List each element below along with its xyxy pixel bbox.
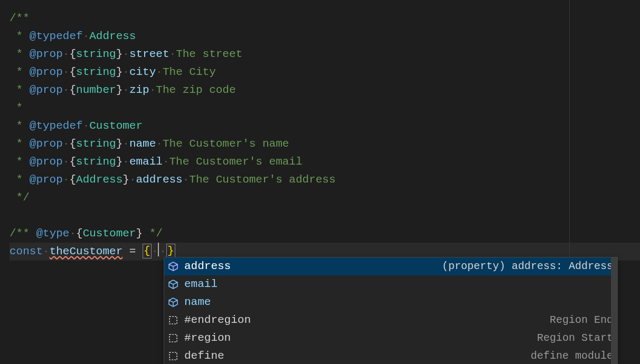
code-editor[interactable]: /** * @typedef·Address * @prop·{string}·…: [0, 0, 640, 364]
suggest-detail: Region End: [550, 311, 613, 329]
suggest-label: email: [184, 275, 218, 293]
code-line: * @typedef·Customer: [10, 117, 640, 135]
suggest-label: name: [184, 293, 211, 311]
code-line: * @prop·{Address}·address·The Customer's…: [10, 171, 640, 189]
property-icon: [167, 261, 179, 272]
bracket-match-close: }: [166, 244, 175, 258]
svg-rect-1: [170, 334, 177, 342]
suggest-detail: Region Start: [537, 329, 613, 347]
error-squiggle: theCustomer: [50, 245, 123, 257]
code-line: *: [10, 99, 640, 117]
svg-rect-2: [170, 352, 177, 360]
snippet-icon: [167, 350, 179, 362]
snippet-icon: [167, 314, 179, 326]
property-icon: [167, 296, 179, 308]
code-line: * @prop·{string}·city·The City: [10, 63, 640, 81]
suggest-label: #region: [184, 329, 231, 347]
code-line: /**: [10, 9, 640, 27]
suggest-detail: define module: [531, 347, 613, 364]
suggest-label: address: [184, 257, 231, 275]
suggest-label: #endregion: [184, 311, 251, 329]
code-line: * @prop·{number}·zip·The zip code: [10, 81, 640, 99]
autocomplete-popup[interactable]: address (property) address: Address emai…: [164, 257, 618, 364]
suggest-label: define: [184, 347, 224, 364]
code-line: * @prop·{string}·name·The Customer's nam…: [10, 135, 640, 153]
code-line: */: [10, 189, 640, 207]
code-line: /** @type·{Customer} */: [10, 225, 640, 243]
suggest-item-endregion[interactable]: #endregion Region End: [164, 311, 617, 329]
code-line: * @typedef·Address: [10, 27, 640, 45]
code-line: * @prop·{string}·email·The Customer's em…: [10, 153, 640, 171]
svg-rect-0: [170, 317, 177, 324]
suggest-item-email[interactable]: email: [164, 275, 617, 293]
property-icon: [167, 279, 179, 290]
code-line: * @prop·{string}·street·The street: [10, 45, 640, 63]
suggest-scrollbar[interactable]: [611, 257, 617, 364]
code-line: [10, 207, 640, 225]
snippet-icon: [167, 332, 179, 344]
suggest-item-region[interactable]: #region Region Start: [164, 329, 617, 347]
text-cursor: [158, 243, 159, 256]
suggest-item-address[interactable]: address (property) address: Address: [164, 257, 617, 275]
suggest-detail: (property) address: Address: [442, 257, 613, 275]
comment-text: /**: [10, 12, 30, 24]
bracket-match-open: {: [143, 244, 152, 258]
suggest-item-name[interactable]: name: [164, 293, 617, 311]
suggest-item-define[interactable]: define define module: [164, 347, 617, 364]
